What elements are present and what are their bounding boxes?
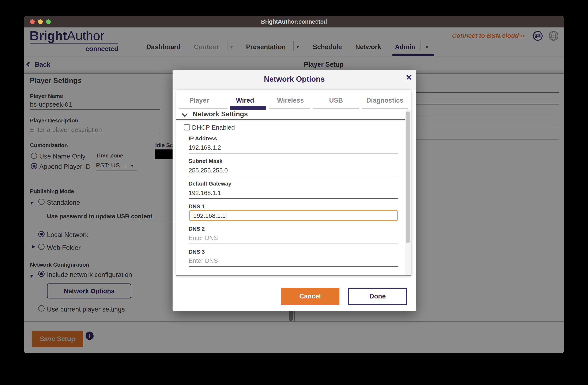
dns3-input[interactable]: [189, 257, 398, 264]
dns1-label: DNS 1: [189, 203, 205, 210]
subnet-mask-label: Subnet Mask: [189, 158, 222, 164]
title-bar: BrightAuthor:connected: [24, 16, 564, 27]
chevron-down-icon[interactable]: [182, 111, 188, 117]
tab-underline: [269, 108, 310, 109]
tab-underline: [179, 108, 228, 109]
modal-card: Player Wired Wireless USB Diagnostics Ne…: [176, 90, 411, 276]
dns2-input[interactable]: [189, 235, 398, 242]
tab-wired[interactable]: Wired: [236, 97, 254, 104]
tab-underline: [313, 108, 359, 109]
cancel-button[interactable]: Cancel: [281, 288, 339, 305]
field-underline: [189, 176, 398, 176]
close-icon[interactable]: ✕: [405, 73, 412, 81]
field-underline: [189, 198, 398, 199]
field-underline: [189, 266, 398, 267]
modal-scrollbar-thumb[interactable]: [406, 111, 410, 243]
dns1-input[interactable]: 192.168.1.1: [189, 210, 398, 221]
network-settings-header[interactable]: Network Settings: [193, 110, 248, 118]
text-cursor: [226, 213, 226, 219]
network-options-modal: Network Options ✕ Player Wired Wireless …: [172, 70, 416, 311]
tab-usb[interactable]: USB: [329, 97, 343, 104]
dhcp-checkbox[interactable]: [184, 124, 190, 130]
active-tab-underline: [230, 106, 266, 110]
dns2-label: DNS 2: [189, 226, 205, 232]
dhcp-label: DHCP Enabled: [192, 124, 235, 131]
done-button[interactable]: Done: [348, 288, 407, 305]
tab-wireless[interactable]: Wireless: [277, 97, 304, 104]
section-divider: [176, 119, 411, 120]
modal-title: Network Options: [172, 75, 416, 83]
tab-diagnostics[interactable]: Diagnostics: [366, 97, 403, 104]
ip-address-label: IP Address: [189, 135, 217, 142]
window-title: BrightAuthor:connected: [24, 19, 564, 25]
dns3-label: DNS 3: [189, 249, 205, 255]
modal-scrollbar-track[interactable]: [405, 110, 411, 275]
dns1-value: 192.168.1.1: [193, 212, 226, 219]
default-gateway-field[interactable]: 192.168.1.1: [189, 190, 221, 197]
ip-address-field[interactable]: 192.168.1.2: [189, 144, 221, 151]
default-gateway-label: Default Gateway: [189, 181, 231, 187]
subnet-mask-field[interactable]: 255.255.255.0: [189, 167, 228, 174]
field-underline: [189, 153, 398, 153]
app-window: BrightAuthor:connected BrightAuthor conn…: [24, 16, 564, 353]
tab-player[interactable]: Player: [189, 97, 209, 104]
tab-underline: [362, 108, 408, 109]
field-underline: [189, 243, 398, 244]
screen: BrightAuthor:connected BrightAuthor conn…: [0, 0, 588, 385]
modal-header: Network Options ✕: [172, 70, 416, 90]
